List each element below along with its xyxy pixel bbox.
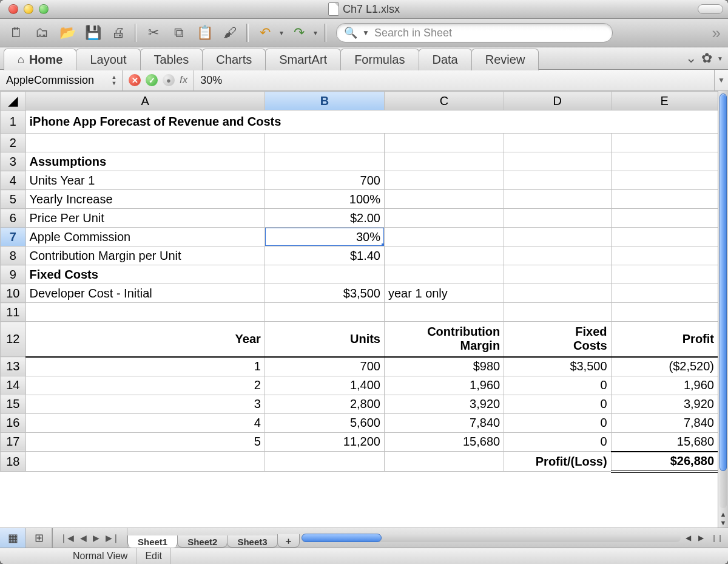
cell-A10[interactable]: Developer Cost - Initial [25,284,265,303]
sheet-tab-3[interactable]: Sheet3 [227,535,277,548]
cell-A15[interactable]: 3 [25,395,265,413]
paste-button[interactable]: 📋 [193,22,216,44]
cell-D10[interactable] [504,284,611,303]
split-handle[interactable]: ❘❘ [709,534,726,542]
vertical-scrollbar[interactable]: ▲ ▼ [718,91,728,528]
cell-E12[interactable]: Profit [611,322,718,357]
toolbar-toggle-button[interactable] [698,4,723,14]
cell-B6[interactable]: $2.00 [265,209,384,228]
cell-E15[interactable]: 3,920 [611,395,718,413]
ribbon-tab-formulas[interactable]: Formulas [340,49,419,70]
cell-C17[interactable]: 15,680 [384,432,504,452]
sheet-table[interactable]: ◢ A B C D E 1iPhone App Forecast of Reve… [0,91,718,473]
cell-A12[interactable]: Year [25,322,265,357]
redo-button[interactable]: ↷ [288,22,311,44]
cell-B8[interactable]: $1.40 [265,246,384,265]
formula-bar-expand-button[interactable]: ▼ [714,70,728,90]
cell-D7[interactable] [504,228,611,246]
settings-gear-icon[interactable]: ✿ [701,50,712,66]
cancel-formula-button[interactable]: ✕ [129,74,141,86]
cell-A8[interactable]: Contribution Margin per Unit [25,246,265,265]
cell-E8[interactable] [611,246,718,265]
next-sheet-button[interactable]: ▶ [90,533,102,543]
cell-E3[interactable] [611,152,718,171]
row-header-13[interactable]: 13 [1,357,26,376]
cell-E6[interactable] [611,209,718,228]
last-sheet-button[interactable]: ▶❘ [103,533,122,543]
cell-C11[interactable] [384,303,504,322]
cell-E5[interactable] [611,190,718,209]
ribbon-tab-review[interactable]: Review [471,49,539,70]
row-header-10[interactable]: 10 [1,284,26,303]
ribbon-tab-data[interactable]: Data [419,49,472,70]
cell-A4[interactable]: Units Year 1 [25,171,265,190]
cell-A5[interactable]: Yearly Increase [25,190,265,209]
print-button[interactable]: 🖨 [107,22,130,44]
toolbar-overflow-button[interactable]: » [710,24,723,42]
horizontal-scrollbar[interactable]: ◀ ▶ ❘❘ [299,528,728,548]
vscroll-thumb[interactable] [720,93,727,471]
cell-E4[interactable] [611,171,718,190]
cell-B15[interactable]: 2,800 [265,395,384,413]
scroll-down-button[interactable]: ▼ [720,519,727,528]
new-workbook-button[interactable]: 🗒 [5,22,28,44]
row-header-7[interactable]: 7 [1,228,26,246]
cell-C3[interactable] [384,152,504,171]
cell-E17[interactable]: 15,680 [611,432,718,452]
cell-B17[interactable]: 11,200 [265,432,384,452]
row-header-3[interactable]: 3 [1,152,26,171]
cell-A14[interactable]: 2 [25,376,265,395]
cell-E18[interactable]: $26,880 [611,452,718,472]
row-header-4[interactable]: 4 [1,171,26,190]
row-header-9[interactable]: 9 [1,265,26,284]
cell-C12[interactable]: ContributionMargin [384,322,504,357]
row-header-15[interactable]: 15 [1,395,26,413]
column-header-B[interactable]: B [265,92,384,110]
formula-builder-button[interactable]: ● [163,74,175,86]
cell-A7[interactable]: Apple Commission [25,228,265,246]
cell-D9[interactable] [504,265,611,284]
open-button[interactable]: 📂 [56,22,79,44]
cell-B11[interactable] [265,303,384,322]
ribbon-tab-charts[interactable]: Charts [202,49,266,70]
cell-A11[interactable] [25,303,265,322]
row-header-17[interactable]: 17 [1,432,26,452]
cell-C4[interactable] [384,171,504,190]
cell-E9[interactable] [611,265,718,284]
cell-C2[interactable] [384,134,504,152]
cell-D5[interactable] [504,190,611,209]
cell-D16[interactable]: 0 [504,413,611,432]
cell-E10[interactable] [611,284,718,303]
cell-E11[interactable] [611,303,718,322]
cell-D14[interactable]: 0 [504,376,611,395]
cell-A17[interactable]: 5 [25,432,265,452]
cell-D17[interactable]: 0 [504,432,611,452]
prev-sheet-button[interactable]: ◀ [78,533,89,543]
cell-C18[interactable] [384,452,504,472]
ribbon-tab-tables[interactable]: Tables [140,49,203,70]
undo-button[interactable]: ↶ [254,22,277,44]
cell-D12[interactable]: FixedCosts [504,322,611,357]
cell-E2[interactable] [611,134,718,152]
scroll-right-button[interactable]: ▶ [696,534,706,542]
cell-B12[interactable]: Units [265,322,384,357]
cell-A3[interactable]: Assumptions [25,152,265,171]
row-header-16[interactable]: 16 [1,413,26,432]
cell-B14[interactable]: 1,400 [265,376,384,395]
cell-D2[interactable] [504,134,611,152]
cell-B4[interactable]: 700 [265,171,384,190]
cell-D11[interactable] [504,303,611,322]
row-header-1[interactable]: 1 [1,110,26,134]
save-button[interactable]: 💾 [81,22,104,44]
normal-view-button[interactable]: ▦ [0,528,26,548]
cell-E13[interactable]: ($2,520) [611,357,718,376]
cell-C14[interactable]: 1,960 [384,376,504,395]
sheet-tab-2[interactable]: Sheet2 [177,535,228,548]
cell-B5[interactable]: 100% [265,190,384,209]
cell-B18[interactable] [265,452,384,472]
undo-history-button[interactable]: ▼ [278,30,285,36]
row-header-5[interactable]: 5 [1,190,26,209]
cell-A2[interactable] [25,134,265,152]
search-box[interactable]: 🔍 ▼ Search in Sheet [336,23,613,42]
cell-C6[interactable] [384,209,504,228]
